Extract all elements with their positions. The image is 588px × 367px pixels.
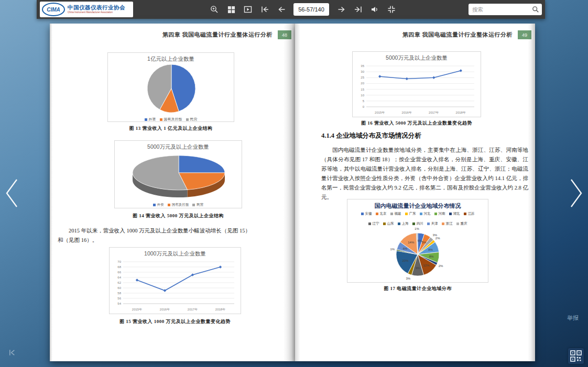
legend-item: 民营: [186, 117, 198, 122]
fig15-line-chart: 1000万元及以上企业数量 5456586062646668702015年201…: [109, 247, 241, 314]
legend-swatch-icon: [434, 213, 437, 215]
fig13-title: 1亿元以上企业数量: [108, 55, 234, 63]
prev-page-icon[interactable]: [277, 5, 286, 14]
legend-item: 湖北: [449, 212, 460, 216]
legend-swatch-icon: [398, 223, 400, 225]
svg-text:5: 5: [363, 99, 365, 103]
svg-text:20%: 20%: [402, 259, 409, 262]
org-name-cn: 中国仪器仪表行业协会: [68, 5, 125, 11]
page-number-badge: 48: [278, 30, 291, 39]
page-indicator-input[interactable]: [293, 3, 329, 16]
svg-text:2018年: 2018年: [215, 308, 225, 311]
legend-swatch-icon: [390, 213, 393, 215]
legend-swatch-icon: [168, 204, 170, 206]
fig16-title: 5000万元及以上企业数量: [353, 54, 481, 62]
fig17-title: 国内电磁流量计企业地域分布情况: [347, 202, 488, 210]
legend-item: 四川: [412, 221, 423, 226]
legend-item: 天津: [427, 221, 438, 226]
legend-item: 安徽: [361, 212, 372, 216]
legend-item: 国有及控股: [160, 117, 182, 122]
legend-swatch-icon: [405, 213, 408, 215]
legend-swatch-icon: [160, 118, 162, 121]
svg-text:5%: 5%: [422, 241, 427, 244]
toolbar-tools: [210, 0, 396, 19]
svg-text:8%: 8%: [429, 255, 434, 258]
svg-text:2%: 2%: [435, 237, 440, 240]
search-input[interactable]: [469, 4, 542, 15]
fig14-pie: [115, 151, 243, 200]
next-page-icon[interactable]: [336, 5, 346, 14]
svg-text:62: 62: [117, 281, 121, 284]
last-page-icon[interactable]: [353, 5, 363, 14]
legend-item: 重庆: [456, 221, 467, 226]
svg-text:2%: 2%: [439, 264, 443, 268]
legend-swatch-icon: [368, 223, 371, 225]
svg-text:2015年: 2015年: [375, 111, 385, 114]
legend-item: 河北: [420, 212, 431, 216]
svg-text:12%: 12%: [423, 264, 430, 267]
zoom-in-icon[interactable]: [210, 5, 219, 14]
fig17-caption: 图 17 电磁流量计企业地域分布: [347, 285, 488, 292]
page-right-header: 第四章 我国电磁流量计行业整体运行分析 49: [402, 30, 531, 39]
viewer-stage: CIMA 中国仪器仪表行业协会 China Instrument Manufac…: [0, 0, 588, 367]
cima-logo-icon: CIMA: [42, 3, 65, 16]
thumbnails-icon[interactable]: [226, 5, 236, 14]
page-number-badge: 49: [518, 30, 531, 39]
fullscreen-icon[interactable]: [387, 5, 396, 14]
svg-text:2017年: 2017年: [188, 308, 198, 311]
fig17-pie: 5%5%3%2%8%8%2%12%9%3%20%1%6%14%1%: [347, 226, 488, 283]
fig14-pie3d-chart: 5000万元及以上企业数量 外资国有及控股民营: [114, 140, 242, 208]
prev-spread-chevron[interactable]: [4, 178, 20, 210]
svg-text:9%: 9%: [416, 266, 420, 270]
slideshow-icon[interactable]: [243, 5, 253, 14]
page-left-header: 第四章 我国电磁流量计行业整体运行分析 48: [162, 30, 291, 39]
svg-text:3%: 3%: [406, 277, 410, 280]
svg-text:56: 56: [117, 297, 121, 300]
fig13-pie-chart: 1亿元以上企业数量 外资国有及控股民营: [107, 52, 234, 122]
legend-item: 福建: [390, 212, 401, 216]
svg-text:0: 0: [363, 105, 365, 108]
report-link[interactable]: 举报: [567, 314, 579, 322]
legend-item: 国有及控股: [168, 203, 189, 207]
first-page-icon[interactable]: [260, 5, 269, 14]
svg-text:1%: 1%: [390, 248, 395, 251]
svg-text:70: 70: [117, 260, 121, 263]
chapter-title: 第四章 我国电磁流量计行业整体运行分析: [402, 31, 513, 39]
left-paragraph: 2015 年以来，营业收入 1000 万元及以上企业数量小幅波动增长（见图 15…: [58, 226, 251, 245]
search-box: [469, 4, 542, 15]
legend-item: 广东: [405, 212, 416, 216]
svg-text:60: 60: [117, 286, 121, 290]
sound-icon[interactable]: [370, 5, 379, 14]
first-page-corner-icon[interactable]: [8, 349, 16, 359]
fig17-legend: 安徽北京福建广东河北河南湖北江苏辽宁山东上海四川天津浙江重庆: [347, 211, 488, 226]
svg-text:2015年: 2015年: [132, 308, 142, 311]
org-logo: CIMA 中国仪器仪表行业协会 China Instrument Manufac…: [40, 2, 133, 17]
right-paragraph: 国内电磁流量计企业数量按地域分类，主要集中在上海、浙江、江苏、河南等地（具体分布…: [321, 146, 528, 202]
page-left: 第四章 我国电磁流量计行业整体运行分析 48 1亿元以上企业数量 外资国有及控股…: [50, 24, 295, 361]
fig13-caption: 图 13 营业收入 1 亿元及以上企业结构: [107, 125, 234, 132]
fig15-title: 1000万元及以上企业数量: [110, 250, 241, 258]
svg-text:10: 10: [361, 94, 364, 97]
legend-swatch-icon: [383, 223, 386, 225]
legend-item: 北京: [376, 212, 387, 216]
legend-swatch-icon: [186, 118, 189, 121]
fig16-caption: 图 16 营业收入 5000 万元及以上企业数量变化趋势: [352, 120, 481, 127]
svg-text:15: 15: [361, 88, 364, 91]
legend-item: 浙江: [442, 221, 453, 226]
fig16-plot: 051015202530352015年2016年2017年2018年: [353, 62, 481, 116]
org-name-en: China Instrument Manufacturer Associatio…: [68, 12, 125, 14]
svg-text:35: 35: [361, 64, 364, 68]
legend-swatch-icon: [412, 223, 415, 225]
qr-code-icon: [570, 350, 582, 362]
next-spread-chevron[interactable]: [568, 178, 584, 210]
qr-code-button[interactable]: [568, 348, 584, 364]
fig16-line-chart: 5000万元及以上企业数量 051015202530352015年2016年20…: [352, 51, 481, 117]
legend-swatch-icon: [361, 213, 364, 215]
legend-swatch-icon: [442, 223, 444, 225]
legend-swatch-icon: [153, 204, 156, 206]
svg-text:30: 30: [361, 70, 364, 73]
svg-text:2016年: 2016年: [160, 308, 170, 311]
svg-text:2016年: 2016年: [402, 111, 412, 114]
section-heading-414: 4.1.4 企业地域分布及市场情况分析: [321, 131, 421, 140]
fig15-caption: 图 15 营业收入 1000 万元及以上企业数量变化趋势: [109, 318, 241, 325]
